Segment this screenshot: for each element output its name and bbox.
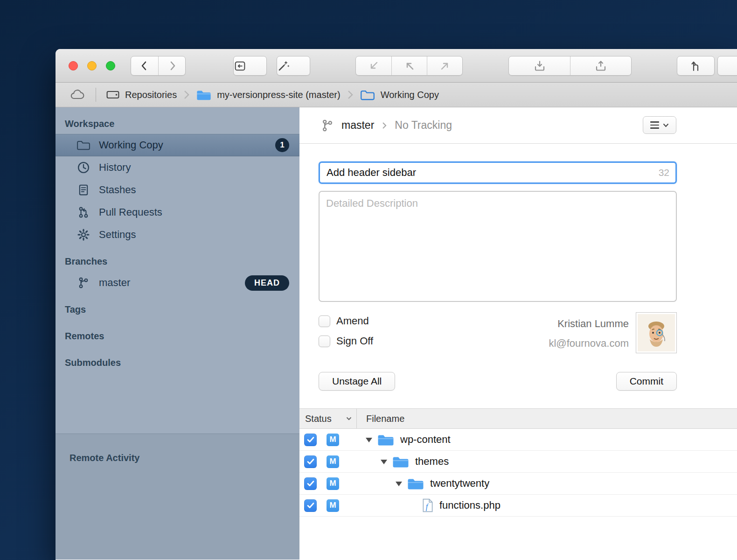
chevron-down-icon bbox=[346, 417, 352, 420]
table-row[interactable]: Mwp-content bbox=[299, 429, 737, 451]
filename: twentytwenty bbox=[430, 477, 489, 490]
drive-icon bbox=[106, 90, 119, 100]
stash-apply-icon bbox=[595, 60, 607, 72]
sidebar-item-label: Stashes bbox=[99, 184, 136, 196]
column-status[interactable]: Status bbox=[299, 409, 357, 428]
merge-button[interactable] bbox=[356, 56, 391, 75]
sidebar-item-master[interactable]: master HEAD bbox=[56, 272, 299, 294]
section-branches: Branches bbox=[56, 252, 299, 272]
app-window: Repositories my-versionpress-site (maste… bbox=[56, 49, 737, 560]
author-name: Kristian Lumme bbox=[549, 318, 629, 330]
stash-save-button[interactable] bbox=[509, 56, 570, 75]
section-tags[interactable]: Tags bbox=[56, 300, 299, 320]
chevron-right-icon bbox=[166, 59, 179, 72]
arrow-down-left-icon bbox=[368, 61, 379, 71]
file-rows: Mwp-contentMthemesMtwentytwentyMffunctio… bbox=[299, 429, 737, 517]
status-cell: M bbox=[299, 477, 357, 490]
quick-actions-group bbox=[277, 56, 310, 76]
breadcrumb: Repositories my-versionpress-site (maste… bbox=[56, 83, 737, 107]
section-remotes[interactable]: Remotes bbox=[56, 326, 299, 346]
working-copy-folder-icon bbox=[360, 89, 375, 101]
stage-checkbox[interactable] bbox=[304, 455, 317, 468]
commit-subject-wrap: 32 bbox=[319, 161, 677, 184]
pull-button[interactable] bbox=[391, 56, 427, 75]
breadcrumb-repositories[interactable]: Repositories bbox=[106, 90, 177, 100]
back-button[interactable] bbox=[131, 56, 158, 75]
stash-apply-button[interactable] bbox=[570, 56, 631, 75]
push-button[interactable] bbox=[427, 56, 462, 75]
commit-button[interactable]: Commit bbox=[616, 372, 677, 391]
status-cell: M bbox=[299, 455, 357, 468]
head-badge: HEAD bbox=[245, 275, 289, 291]
toolbar-partial-button[interactable] bbox=[717, 56, 737, 76]
folder-icon bbox=[196, 89, 211, 101]
tree-cell: themes bbox=[357, 455, 449, 468]
branch-icon bbox=[321, 119, 334, 133]
modified-status-badge: M bbox=[327, 434, 339, 446]
close-button[interactable] bbox=[69, 61, 78, 70]
minimize-button[interactable] bbox=[87, 61, 97, 70]
unstage-all-button[interactable]: Unstage All bbox=[319, 372, 395, 391]
breadcrumb-working-copy[interactable]: Working Copy bbox=[360, 89, 439, 101]
status-cell: M bbox=[299, 499, 357, 512]
sidebar-item-working-copy[interactable]: Working Copy 1 bbox=[56, 134, 299, 156]
working-copy-view: master No Tracking 32 bbox=[299, 107, 737, 560]
author-email: kl@fournova.com bbox=[549, 337, 629, 350]
sidebar-item-stashes[interactable]: Stashes bbox=[56, 179, 299, 201]
quick-actions-button[interactable] bbox=[277, 56, 290, 75]
stage-checkbox[interactable] bbox=[304, 434, 317, 446]
stage-checkbox[interactable] bbox=[304, 477, 317, 490]
table-row[interactable]: Mffunctions.php bbox=[299, 495, 737, 517]
folder-icon bbox=[76, 138, 91, 152]
pull-request-icon bbox=[76, 205, 91, 219]
folder-icon bbox=[392, 455, 409, 468]
disclosure-triangle-icon[interactable] bbox=[365, 437, 373, 442]
forward-button[interactable] bbox=[158, 56, 185, 75]
compare-tools-group bbox=[677, 56, 715, 76]
magic-wand-icon bbox=[277, 59, 290, 72]
up-arrow-branch-icon bbox=[690, 60, 702, 72]
chevron-right-icon bbox=[382, 121, 387, 130]
column-filename[interactable]: Filename bbox=[357, 413, 404, 424]
disclosure-triangle-icon[interactable] bbox=[395, 481, 403, 486]
amend-checkbox[interactable]: Amend bbox=[319, 315, 373, 327]
php-file-icon: f bbox=[422, 498, 433, 512]
sidebar-item-pull-requests[interactable]: Pull Requests bbox=[56, 201, 299, 224]
table-row[interactable]: Mthemes bbox=[299, 451, 737, 473]
gear-icon bbox=[76, 228, 91, 242]
stash-save-icon bbox=[534, 60, 546, 72]
indent-spacer bbox=[410, 503, 417, 508]
tree-cell: wp-content bbox=[357, 434, 451, 446]
breadcrumb-divider bbox=[96, 88, 96, 102]
file-table: Status Filename Mwp-contentMthemesMtwent… bbox=[299, 408, 737, 560]
tracking-status[interactable]: No Tracking bbox=[395, 119, 452, 132]
commit-pane: 32 Amend Sign Off bbox=[299, 144, 677, 391]
titlebar bbox=[56, 49, 737, 83]
chevron-right-icon bbox=[347, 89, 354, 100]
signoff-checkbox[interactable]: Sign Off bbox=[319, 335, 373, 347]
sidebar-item-history[interactable]: History bbox=[56, 156, 299, 179]
commit-description-textarea[interactable] bbox=[319, 191, 677, 302]
table-row[interactable]: Mtwentytwenty bbox=[299, 473, 737, 495]
options-menu-button[interactable] bbox=[643, 116, 676, 134]
checkbox-box[interactable] bbox=[319, 336, 330, 347]
stash-tools-group bbox=[508, 56, 632, 76]
branch-bar: master No Tracking bbox=[299, 107, 737, 144]
current-branch[interactable]: master bbox=[341, 119, 374, 132]
filename: themes bbox=[415, 455, 449, 468]
arrow-up-left-icon bbox=[404, 61, 415, 71]
section-submodules[interactable]: Submodules bbox=[56, 353, 299, 373]
commit-tool-button[interactable] bbox=[234, 56, 246, 75]
cloud-icon[interactable] bbox=[70, 89, 85, 100]
char-count: 32 bbox=[659, 167, 669, 178]
commit-subject-input[interactable] bbox=[319, 161, 677, 184]
breadcrumb-repository[interactable]: my-versionpress-site (master) bbox=[196, 89, 340, 101]
open-in-button[interactable] bbox=[677, 56, 714, 75]
menu-icon bbox=[650, 121, 659, 128]
disclosure-triangle-icon[interactable] bbox=[380, 459, 388, 464]
stage-checkbox[interactable] bbox=[304, 499, 317, 512]
avatar-illustration bbox=[638, 314, 675, 351]
checkbox-box[interactable] bbox=[319, 315, 330, 327]
sidebar-item-settings[interactable]: Settings bbox=[56, 224, 299, 246]
zoom-button[interactable] bbox=[106, 61, 115, 70]
